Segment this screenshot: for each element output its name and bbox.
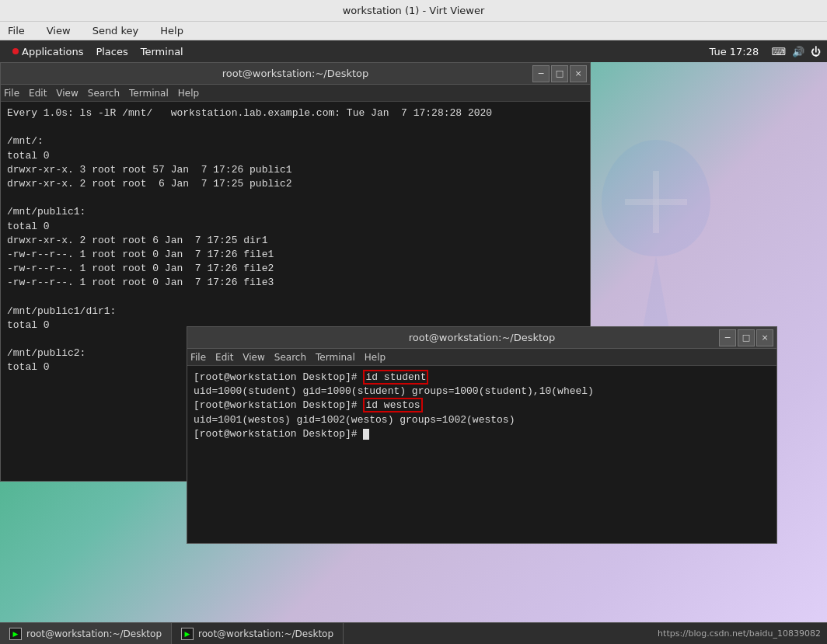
t2-menu-view[interactable]: View	[243, 352, 264, 363]
terminal2-menubar: File Edit View Search Terminal Help	[187, 349, 776, 366]
t2-prompt2: [root@workstation Desktop]#	[194, 399, 363, 411]
t1-line-total0b: total 0	[7, 220, 584, 234]
taskbar-term-icon-2: ▶	[181, 628, 194, 640]
t1-line-total0: total 0	[7, 149, 584, 163]
t2-menu-search[interactable]: Search	[274, 352, 306, 363]
terminal1-close[interactable]: ×	[570, 65, 587, 82]
t1-line-file2: -rw-r--r--. 1 root root 0 Jan 7 17:26 fi…	[7, 262, 584, 276]
clock-area: Tue 17:28 ⌨ 🔊 ⏻	[709, 46, 821, 57]
t2-menu-edit[interactable]: Edit	[215, 352, 233, 363]
terminal2-controls: − □ ×	[719, 329, 773, 346]
host-menu-view[interactable]: View	[42, 23, 75, 38]
taskbar-url: https://blog.csdn.net/baidu_10839082	[658, 628, 827, 639]
taskbar-term-icon-1: ▶	[9, 628, 22, 640]
t1-menu-terminal[interactable]: Terminal	[129, 88, 169, 99]
t2-cmd1-highlight: id student	[363, 370, 428, 385]
t2-prompt3: [root@workstation Desktop]#	[194, 428, 363, 440]
t1-line-file1: -rw-r--r--. 1 root root 0 Jan 7 17:26 fi…	[7, 248, 584, 262]
t2-line1: [root@workstation Desktop]# id student	[194, 371, 770, 385]
taskbar-label-2: root@workstation:~/Desktop	[198, 628, 333, 639]
host-menu-help[interactable]: Help	[155, 23, 188, 38]
fedora-watermark	[578, 124, 734, 357]
t1-line-file3: -rw-r--r--. 1 root root 0 Jan 7 17:26 fi…	[7, 276, 584, 290]
terminal2-titlebar: root@workstation:~/Desktop − □ ×	[187, 327, 776, 349]
t1-line-mnt: /mnt/:	[7, 134, 584, 148]
taskbar-item-1[interactable]: ▶ root@workstation:~/Desktop	[0, 623, 172, 645]
terminal-window-2: root@workstation:~/Desktop − □ × File Ed…	[187, 326, 777, 544]
terminal1-maximize[interactable]: □	[551, 65, 568, 82]
terminal2-maximize[interactable]: □	[738, 329, 755, 346]
t2-cmd2-highlight: id westos	[363, 398, 422, 413]
t1-menu-edit[interactable]: Edit	[29, 88, 47, 99]
apps-dot-icon	[12, 48, 19, 54]
t2-cursor	[363, 429, 369, 440]
terminal2-title: root@workstation:~/Desktop	[409, 332, 556, 343]
terminal-button[interactable]: Terminal	[134, 44, 190, 59]
terminal1-menubar: File Edit View Search Terminal Help	[1, 85, 590, 102]
terminal2-content[interactable]: [root@workstation Desktop]# id student u…	[187, 366, 776, 543]
t2-menu-help[interactable]: Help	[365, 352, 386, 363]
power-icon: ⏻	[811, 46, 821, 57]
terminal2-close[interactable]: ×	[756, 329, 773, 346]
terminal1-title: root@workstation:~/Desktop	[222, 68, 369, 79]
t2-menu-terminal[interactable]: Terminal	[316, 352, 355, 363]
t1-line-dir1: drwxr-xr-x. 2 root root 6 Jan 7 17:25 di…	[7, 234, 584, 248]
t2-line2: uid=1000(student) gid=1000(student) grou…	[194, 385, 770, 399]
url-text: https://blog.csdn.net/baidu_10839082	[658, 628, 821, 639]
gnome-topbar: Applications Places Terminal Tue 17:28 ⌨…	[0, 40, 827, 62]
host-menubar: File View Send key Help	[0, 22, 827, 40]
host-menu-sendkey[interactable]: Send key	[88, 23, 144, 38]
t2-prompt1: [root@workstation Desktop]#	[194, 371, 363, 383]
t1-line-dir1path: /mnt/public1/dir1:	[7, 305, 584, 319]
taskbar-item-2[interactable]: ▶ root@workstation:~/Desktop	[172, 623, 344, 645]
keyboard-icon: ⌨	[771, 46, 786, 57]
t2-line3: [root@workstation Desktop]# id westos	[194, 399, 770, 413]
t1-line-watch: Every 1.0s: ls -lR /mnt/ workstation.lab…	[7, 106, 584, 120]
taskbar: ▶ root@workstation:~/Desktop ▶ root@work…	[0, 622, 827, 644]
volume-icon: 🔊	[792, 46, 804, 57]
applications-label: Applications	[22, 46, 83, 57]
t2-line5: [root@workstation Desktop]#	[194, 427, 770, 441]
clock-time: Tue 17:28	[709, 46, 759, 57]
title-bar: workstation (1) - Virt Viewer	[0, 0, 827, 22]
system-icons: ⌨ 🔊 ⏻	[771, 46, 821, 57]
t1-menu-search[interactable]: Search	[88, 88, 120, 99]
terminal1-titlebar: root@workstation:~/Desktop − □ ×	[1, 63, 590, 85]
places-button[interactable]: Places	[89, 44, 134, 59]
terminal2-minimize[interactable]: −	[719, 329, 736, 346]
t1-menu-view[interactable]: View	[56, 88, 78, 99]
t1-menu-file[interactable]: File	[4, 88, 19, 99]
terminal1-minimize[interactable]: −	[532, 65, 550, 82]
t1-line-public2: drwxr-xr-x. 2 root root 6 Jan 7 17:25 pu…	[7, 177, 584, 191]
taskbar-label-1: root@workstation:~/Desktop	[26, 628, 162, 639]
t1-line-public1dir: /mnt/public1:	[7, 205, 584, 219]
applications-button[interactable]: Applications	[6, 44, 89, 59]
desktop: root@workstation:~/Desktop − □ × File Ed…	[0, 62, 827, 644]
terminal1-controls: − □ ×	[532, 65, 587, 82]
title-text: workstation (1) - Virt Viewer	[343, 5, 485, 16]
host-menu-file[interactable]: File	[3, 23, 30, 38]
t1-menu-help[interactable]: Help	[178, 88, 199, 99]
t1-line-public1: drwxr-xr-x. 3 root root 57 Jan 7 17:26 p…	[7, 163, 584, 177]
t2-line4: uid=1001(westos) gid=1002(westos) groups…	[194, 413, 770, 427]
t2-menu-file[interactable]: File	[190, 352, 206, 363]
